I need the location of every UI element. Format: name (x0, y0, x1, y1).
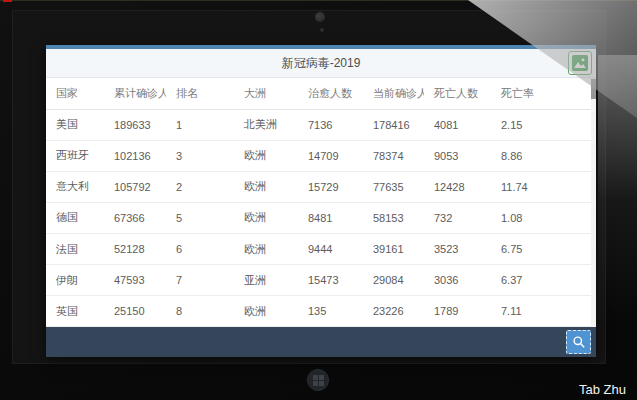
table-cell: 1.08 (491, 202, 591, 233)
table-row: 西班牙1021363欧洲147097837490538.86 (46, 140, 591, 171)
table-cell: 德国 (46, 202, 104, 233)
scrollbar[interactable] (591, 78, 596, 327)
front-camera-icon (315, 12, 325, 22)
table-cell: 7 (166, 265, 234, 296)
table-cell: 3523 (424, 233, 491, 264)
table-cell: 西班牙 (46, 140, 104, 171)
table-row: 美国1896331北美洲713617841640812.15 (46, 109, 591, 140)
recording-indicator (3, 0, 12, 2)
table-cell: 3 (166, 140, 234, 171)
table-cell: 2 (166, 171, 234, 202)
window-title: 新冠病毒-2019 (46, 49, 596, 77)
table-row: 法国521286欧洲94443916135236.75 (46, 233, 591, 264)
table-cell: 1 (166, 109, 234, 140)
table-cell: 102136 (104, 140, 166, 171)
table-row: 意大利1057922欧洲15729776351242811.74 (46, 171, 591, 202)
table-cell: 12428 (424, 171, 491, 202)
table-cell: 25150 (104, 296, 166, 327)
bottom-toolbar (46, 327, 596, 357)
table-cell: 法国 (46, 233, 104, 264)
table-cell: 47593 (104, 265, 166, 296)
table-cell: 北美洲 (234, 109, 298, 140)
tablet-frame: 新冠病毒-2019 国家累计确诊人数排名大洲治愈人数当前确诊 (0, 0, 637, 400)
table-row: 德国673665欧洲8481581537321.08 (46, 202, 591, 233)
table-cell: 11.74 (491, 171, 591, 202)
table-cell: 52128 (104, 233, 166, 264)
table-cell: 78374 (363, 140, 424, 171)
table-cell: 105792 (104, 171, 166, 202)
table-cell: 欧洲 (234, 202, 298, 233)
column-header: 大洲 (234, 78, 298, 109)
table-cell: 7.11 (491, 296, 591, 327)
table-cell: 178416 (363, 109, 424, 140)
column-header: 当前确诊人数 (363, 78, 424, 109)
table-body: 美国1896331北美洲713617841640812.15西班牙1021363… (46, 109, 591, 327)
table-cell: 4081 (424, 109, 491, 140)
table-cell: 欧洲 (234, 171, 298, 202)
table-row: 英国251508欧洲1352322617897.11 (46, 296, 591, 327)
table-cell: 欧洲 (234, 296, 298, 327)
table-cell: 23226 (363, 296, 424, 327)
table-cell: 美国 (46, 109, 104, 140)
column-header: 治愈人数 (298, 78, 363, 109)
table-cell: 39161 (363, 233, 424, 264)
table-cell: 7136 (298, 109, 363, 140)
data-table: 国家累计确诊人数排名大洲治愈人数当前确诊人数死亡人数死亡率 美国1896331北… (46, 78, 591, 327)
table-cell: 15729 (298, 171, 363, 202)
table-cell: 2.15 (491, 109, 591, 140)
table-cell: 77635 (363, 171, 424, 202)
titlebar: 新冠病毒-2019 (46, 49, 596, 78)
column-header: 国家 (46, 78, 104, 109)
table-cell: 伊朗 (46, 265, 104, 296)
table-cell: 欧洲 (234, 233, 298, 264)
table-cell: 6.37 (491, 265, 591, 296)
export-image-button[interactable] (568, 51, 592, 75)
table-cell: 732 (424, 202, 491, 233)
table-cell: 英国 (46, 296, 104, 327)
search-icon (572, 335, 586, 349)
column-header: 死亡人数 (424, 78, 491, 109)
windows-logo-icon (313, 375, 324, 386)
table-row: 伊朗475937亚洲154732908430366.37 (46, 265, 591, 296)
scrollbar-thumb[interactable] (591, 79, 596, 99)
search-button[interactable] (566, 330, 591, 354)
table-cell: 6 (166, 233, 234, 264)
table-cell: 欧洲 (234, 140, 298, 171)
table-cell: 8481 (298, 202, 363, 233)
image-icon (572, 55, 588, 71)
table-cell: 意大利 (46, 171, 104, 202)
table-cell: 3036 (424, 265, 491, 296)
table-cell: 67366 (104, 202, 166, 233)
table-cell: 135 (298, 296, 363, 327)
column-header: 死亡率 (491, 78, 591, 109)
table-cell: 6.75 (491, 233, 591, 264)
table-cell: 8 (166, 296, 234, 327)
table-cell: 5 (166, 202, 234, 233)
table-cell: 189633 (104, 109, 166, 140)
table-cell: 14709 (298, 140, 363, 171)
camera-led-icon (320, 28, 324, 32)
column-header: 排名 (166, 78, 234, 109)
table-cell: 亚洲 (234, 265, 298, 296)
table-cell: 1789 (424, 296, 491, 327)
app-window: 新冠病毒-2019 国家累计确诊人数排名大洲治愈人数当前确诊 (46, 45, 596, 357)
windows-home-button[interactable] (307, 369, 329, 391)
table-cell: 9444 (298, 233, 363, 264)
table-cell: 29084 (363, 265, 424, 296)
table-cell: 15473 (298, 265, 363, 296)
table-cell: 58153 (363, 202, 424, 233)
table-cell: 9053 (424, 140, 491, 171)
table-area: 国家累计确诊人数排名大洲治愈人数当前确诊人数死亡人数死亡率 美国1896331北… (46, 78, 596, 327)
table-header-row: 国家累计确诊人数排名大洲治愈人数当前确诊人数死亡人数死亡率 (46, 78, 591, 109)
table-cell: 8.86 (491, 140, 591, 171)
brand-text: Tab Zhu (579, 382, 626, 397)
column-header: 累计确诊人数 (104, 78, 166, 109)
